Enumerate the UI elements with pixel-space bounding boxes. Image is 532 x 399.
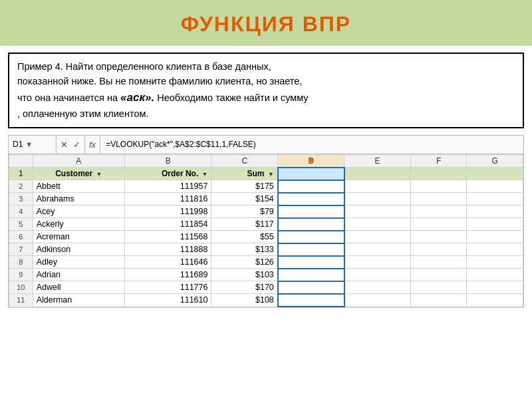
customer-cell[interactable]: Adkinson [33,243,124,256]
d-cell[interactable] [278,294,344,307]
col-a-header[interactable]: A [33,154,124,168]
sum-cell[interactable]: $175 [211,180,278,193]
order-col-label: Order No. [162,169,198,178]
sum-col-header[interactable]: Sum ▼ [211,168,278,180]
f-cell [410,205,466,218]
e-cell [344,205,411,218]
cell-ref-box[interactable]: D1 ▼ [9,136,57,154]
d-cell[interactable] [278,281,344,294]
sum-filter-icon[interactable]: ▼ [268,171,274,178]
data-header-row: 1 Customer ▼ Order No. ▼ Sum ▼ [9,168,523,180]
customer-cell[interactable]: Abbett [33,180,124,193]
customer-cell[interactable]: Adwell [33,281,124,294]
row-num-3: 3 [9,193,33,205]
col-e-row1 [344,168,411,180]
customer-cell[interactable]: Acreman [33,231,124,243]
g-cell [467,205,523,218]
sum-cell[interactable]: $117 [211,218,278,231]
e-cell [344,294,411,307]
e-cell [344,180,411,193]
col-d-header[interactable]: D [278,154,344,168]
order-cell[interactable]: 111888 [124,243,211,256]
order-cell[interactable]: 111689 [124,269,211,281]
sum-cell[interactable]: $170 [211,281,278,294]
sum-cell[interactable]: $126 [211,256,278,269]
confirm-formula-button[interactable]: ✓ [72,140,82,150]
order-cell[interactable]: 111646 [124,256,211,269]
fx-icon: fx [85,136,100,154]
f-cell [410,256,466,269]
col-c-header[interactable]: C [211,154,278,168]
g-cell [467,180,523,193]
order-cell[interactable]: 111854 [124,218,211,231]
row-num-7: 7 [9,243,33,256]
sum-cell[interactable]: $108 [211,294,278,307]
table-row: 8 Adley 111646 $126 [9,256,523,269]
col-letters-row: A B C D E F G [9,154,523,168]
table-row: 7 Adkinson 111888 $133 [9,243,523,256]
table-row: 11 Alderman 111610 $108 [9,294,523,307]
sum-cell[interactable]: $55 [211,231,278,243]
d-cell[interactable] [278,256,344,269]
d-cell[interactable] [278,218,344,231]
col-f-header[interactable]: F [410,154,466,168]
e-cell [344,281,411,294]
order-cell[interactable]: 111998 [124,205,211,218]
sum-cell[interactable]: $103 [211,269,278,281]
order-cell[interactable]: 111610 [124,294,211,307]
table-row: 3 Abrahams 111816 $154 [9,193,523,205]
order-cell[interactable]: 111776 [124,281,211,294]
col-g-header[interactable]: G [467,154,523,168]
sum-cell[interactable]: $79 [211,205,278,218]
d-cell[interactable] [278,269,344,281]
table-row: 2 Abbett 111957 $175 [9,180,523,193]
order-cell[interactable]: 111568 [124,231,211,243]
corner-cell [9,154,33,168]
g-cell [467,256,523,269]
customer-cell[interactable]: Acey [33,205,124,218]
order-cell[interactable]: 111957 [124,180,211,193]
row-num-4: 4 [9,205,33,218]
table-row: 10 Adwell 111776 $170 [9,281,523,294]
cancel-formula-button[interactable]: ✕ [59,140,69,150]
g-cell [467,281,523,294]
g-cell [467,243,523,256]
d-cell[interactable] [278,205,344,218]
f-cell [410,281,466,294]
formula-bar: D1 ▼ ✕ ✓ fx =VLOOKUP("ack*",$A$2:$C$11,1… [9,136,523,154]
row-num-10: 10 [9,281,33,294]
d-cell[interactable] [278,243,344,256]
order-cell[interactable]: 111816 [124,193,211,205]
formula-buttons: ✕ ✓ [57,136,85,154]
col-d-row1[interactable] [278,168,344,180]
table-body: 2 Abbett 111957 $175 3 Abrahams 111816 $… [9,180,523,307]
d-cell[interactable] [278,231,344,243]
col-e-header[interactable]: E [344,154,411,168]
ack-highlight: «аск». [120,91,154,104]
table-row: 4 Acey 111998 $79 [9,205,523,218]
f-cell [410,243,466,256]
e-cell [344,243,411,256]
g-cell [467,231,523,243]
order-filter-icon[interactable]: ▼ [202,171,208,178]
desc-line5: , оплаченную этим клиентом. [17,108,148,119]
customer-cell[interactable]: Alderman [33,294,124,307]
cell-ref-dropdown-icon[interactable]: ▼ [25,140,33,148]
col-b-header[interactable]: B [124,154,211,168]
customer-cell[interactable]: Ackerly [33,218,124,231]
sum-cell[interactable]: $133 [211,243,278,256]
e-cell [344,193,411,205]
order-col-header[interactable]: Order No. ▼ [124,168,211,180]
customer-cell[interactable]: Adley [33,256,124,269]
customer-cell[interactable]: Adrian [33,269,124,281]
d-cell[interactable] [278,193,344,205]
customer-col-header[interactable]: Customer ▼ [33,168,124,180]
g-cell [467,218,523,231]
customer-filter-icon[interactable]: ▼ [96,171,102,178]
d-cell[interactable] [278,180,344,193]
formula-input[interactable]: =VLOOKUP("ack*",$A$2:$C$11,1,FALSE) [100,140,523,149]
g-cell [467,269,523,281]
row-num-8: 8 [9,256,33,269]
customer-cell[interactable]: Abrahams [33,193,124,205]
sum-cell[interactable]: $154 [211,193,278,205]
